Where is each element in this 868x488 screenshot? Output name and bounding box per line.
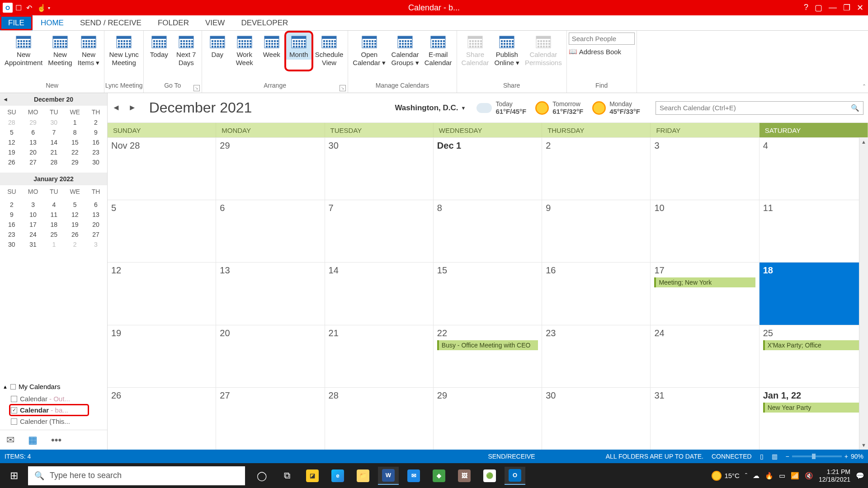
address-book-button[interactable]: 📖 Address Book [569,47,621,56]
tab-folder[interactable]: FOLDER [150,15,197,30]
volume-icon[interactable]: 🔇 [805,472,813,480]
status-zoom[interactable]: − + 90% [786,453,863,460]
status-view-reading-icon[interactable]: ▥ [772,453,778,460]
tab-file[interactable]: FILE [0,15,33,30]
calendar-day-cell[interactable]: 4 [760,138,868,200]
checkbox-icon[interactable] [11,396,17,402]
my-calendars-header[interactable]: ▲ My Calendars [2,380,105,393]
qat-dropdown-icon[interactable]: ▾ [48,5,50,10]
ribbon-display-icon[interactable]: ▢ [815,3,822,13]
calendar-day-cell[interactable]: 8 [434,200,542,262]
calendar-day-cell[interactable]: 13 [216,263,325,324]
outlook-taskbar-icon[interactable]: O [505,467,525,485]
calendar-list-item[interactable]: Calender (This... [2,416,105,427]
qat-touch-icon[interactable]: ☝ [37,4,45,12]
scroll-down-icon[interactable]: ▼ [859,441,868,450]
mail-icon[interactable]: ✉ [403,467,424,485]
chrome-icon[interactable]: 🟢 [479,467,500,485]
battery-icon[interactable]: ▭ [779,472,785,480]
calendar-day-cell[interactable]: 10 [651,200,759,262]
new-new-button[interactable]: NewAppointment [2,33,45,68]
arrange-month-button[interactable]: Month [285,33,312,60]
file-explorer-icon[interactable]: 📁 [353,467,373,485]
cal-next-icon[interactable]: ► [128,103,137,113]
calendar-event[interactable]: X'Max Party; Office [763,340,864,350]
calendar-event[interactable]: Busy - Office Meeting with CEO [437,340,538,350]
calendar-day-cell[interactable]: 30 [542,388,651,450]
calendar-day-cell[interactable]: 26 [108,388,216,450]
calendar-day-cell[interactable]: 18 [760,263,868,324]
arrange-dialog-launcher-icon[interactable]: ↘ [340,85,346,91]
arrange-week-button[interactable]: Week [258,33,285,60]
checkbox-icon[interactable] [10,384,16,389]
task-view-icon[interactable]: ⧉ [277,467,297,485]
calendar-day-cell[interactable]: 24 [651,325,759,387]
tab-home[interactable]: HOME [33,15,72,30]
calendar-day-cell[interactable]: 31 [651,388,759,450]
status-view-normal-icon[interactable]: ▯ [760,453,764,460]
calendar-day-cell[interactable]: 29 [216,138,325,200]
cortana-icon[interactable]: ◯ [251,467,272,485]
calendar-list-item[interactable]: Calendar - Out... [2,393,105,404]
taskbar-clock[interactable]: 1:21 PM 12/18/2021 [819,468,850,483]
share-publish-button[interactable]: PublishOnline ▾ [491,33,522,68]
calendar-day-cell[interactable]: 17Meeting; New York [651,263,759,324]
calendar-day-cell[interactable]: 15 [434,263,542,324]
arrange-schedule-button[interactable]: ScheduleView [312,33,346,68]
mini-calendar-2[interactable]: SUMOTUWETH234569101112131617181920232425… [0,185,107,250]
sticky-notes-icon[interactable]: ◪ [302,467,323,485]
calendar-day-cell[interactable]: 2 [542,138,651,200]
calendar-day-cell[interactable]: 11 [760,200,868,262]
calendar-list-item[interactable]: ✓ Calendar - ba... [2,404,105,416]
calendar-search-input[interactable]: Search Calendar (Ctrl+E) 🔍 [656,101,863,115]
maximize-icon[interactable]: ❐ [843,3,850,13]
search-people-input[interactable] [569,33,635,45]
weather-location[interactable]: Washington, D.C. ▼ [395,103,466,113]
calendar-day-cell[interactable]: 6 [216,200,325,262]
lync-new-lync-button[interactable]: New LyncMeeting [106,33,141,68]
app-green-icon[interactable]: ◆ [429,467,449,485]
calendar-event[interactable]: Meeting; New York [654,277,755,287]
calendar-day-cell[interactable]: 12 [108,263,216,324]
app-image-icon[interactable]: 🖼 [454,467,475,485]
tab-view[interactable]: VIEW [197,15,233,30]
zoom-in-icon[interactable]: + [844,453,848,460]
calendar-day-cell[interactable]: 14 [325,263,434,324]
wifi-icon[interactable]: 📶 [791,472,799,480]
calendar-day-cell[interactable]: 28 [325,388,434,450]
manage-open-button[interactable]: OpenCalendar ▾ [350,33,388,68]
calendar-day-cell[interactable]: 22Busy - Office Meeting with CEO [434,325,542,387]
calendar-day-cell[interactable]: 7 [325,200,434,262]
goto-today-button[interactable]: Today [146,33,173,60]
calendar-day-cell[interactable]: 21 [325,325,434,387]
qat-undo-icon[interactable]: ↶ [26,4,34,12]
close-icon[interactable]: ✕ [857,3,863,13]
more-nav-icon[interactable]: ••• [51,434,61,446]
word-icon[interactable]: W [378,467,399,485]
calendar-nav-icon[interactable]: ▦ [28,434,38,446]
goto-dialog-launcher-icon[interactable]: ↘ [193,85,200,91]
collapse-ribbon-icon[interactable]: ˆ [863,84,865,91]
calendar-day-cell[interactable]: 30 [325,138,434,200]
vertical-scrollbar[interactable]: ▲ ▼ [859,137,868,450]
checkbox-icon[interactable] [11,418,17,425]
calendar-grid[interactable]: Nov 282930Dec 1234567891011121314151617M… [108,137,868,450]
zoom-slider[interactable] [792,455,842,457]
calendar-day-cell[interactable]: 19 [108,325,216,387]
minimize-icon[interactable]: — [829,3,837,13]
mini-calendar-1[interactable]: SUMOTUWETH282930125678912131415161920212… [0,106,107,168]
tray-overflow-icon[interactable]: ˆ [745,472,747,479]
manage-calendar-button[interactable]: CalendarGroups ▾ [388,33,421,68]
calendar-day-cell[interactable]: 27 [216,388,325,450]
tab-developer[interactable]: DEVELOPER [233,15,296,30]
edge-icon[interactable]: e [327,467,348,485]
notifications-icon[interactable]: 💬 [856,472,864,480]
onedrive-icon[interactable]: ☁ [753,472,760,480]
tab-send-receive[interactable]: SEND / RECEIVE [72,15,150,30]
calendar-day-cell[interactable]: 29 [434,388,542,450]
help-icon[interactable]: ? [804,3,808,13]
new-new-button[interactable]: NewMeeting [45,33,75,68]
calendar-day-cell[interactable]: Jan 1, 22New Year Party [760,388,868,450]
arrange-day-button[interactable]: Day [204,33,231,60]
scroll-up-icon[interactable]: ▲ [859,137,868,146]
